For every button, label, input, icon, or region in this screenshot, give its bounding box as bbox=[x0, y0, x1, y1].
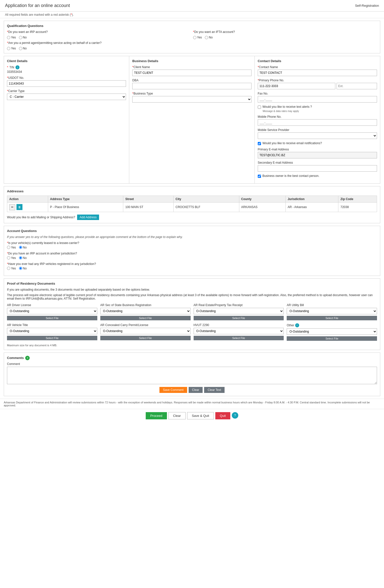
primary-email-input[interactable] bbox=[258, 152, 377, 158]
proof-select-hvut[interactable]: O-Outstanding bbox=[194, 328, 284, 334]
email-notifications-group: Would you like to receive email notifica… bbox=[258, 141, 377, 145]
proof-label-concealed-carry: AR Concealed Carry Permit/License bbox=[100, 323, 191, 327]
mobile-phone-input[interactable] bbox=[258, 119, 377, 126]
email-notifications-checkbox[interactable] bbox=[258, 142, 261, 145]
clear-main-button[interactable]: Clear bbox=[168, 412, 186, 419]
aq1-no[interactable]: No bbox=[19, 246, 27, 249]
business-owner-label[interactable]: Business owner is the best contact perso… bbox=[262, 174, 319, 178]
proof-select-vehicle-title[interactable]: O-Outstanding bbox=[7, 328, 97, 334]
aq1-yes[interactable]: Yes bbox=[7, 246, 16, 249]
proof-select-sec-of-state[interactable]: O-Outstanding bbox=[100, 308, 191, 314]
proof-file-utility[interactable]: Select File bbox=[287, 316, 377, 320]
proof-select-other[interactable]: O-Outstanding bbox=[287, 328, 377, 335]
footer-note: Arkansas Department of Finance and Admin… bbox=[0, 399, 384, 409]
qual-ifta-no[interactable]: No bbox=[205, 36, 213, 39]
account-questions-section: Account Questions If you answer yes to a… bbox=[4, 226, 380, 276]
business-type-select[interactable] bbox=[132, 96, 251, 103]
qual-irp-yes[interactable]: Yes bbox=[7, 36, 16, 39]
proof-file-vehicle-title[interactable]: Select File bbox=[7, 336, 97, 340]
qual-irp-no[interactable]: No bbox=[19, 36, 27, 39]
qual-permit-no[interactable]: No bbox=[19, 47, 27, 50]
ext-input[interactable] bbox=[337, 83, 377, 89]
business-owner-group: Business owner is the best contact perso… bbox=[258, 174, 377, 178]
secondary-email-input[interactable] bbox=[258, 165, 377, 172]
business-owner-checkbox[interactable] bbox=[258, 175, 261, 178]
qual-ifta-yes[interactable]: Yes bbox=[193, 36, 202, 39]
clear-comment-button[interactable]: Clear bbox=[189, 387, 203, 393]
text-alerts-checkbox[interactable] bbox=[258, 106, 261, 109]
mobile-phone-group: Mobile Phone No. bbox=[258, 115, 377, 126]
comment-textarea[interactable] bbox=[7, 367, 377, 384]
qual-irp: *Do you want an IRP account? Yes No bbox=[7, 30, 191, 39]
proof-file-sec-of-state[interactable]: Select File bbox=[100, 316, 191, 320]
proof-label-hvut: HVUT 2290 bbox=[194, 323, 284, 327]
other-info-icon[interactable]: i bbox=[295, 323, 299, 327]
add-address-button[interactable]: Add Address bbox=[77, 215, 99, 220]
carrier-type-group: *Carrier Type C - Carrier bbox=[7, 89, 126, 100]
proof-select-real-estate[interactable]: O-Outstanding bbox=[194, 308, 284, 314]
qual-permit-yes[interactable]: Yes bbox=[7, 47, 16, 50]
text-alerts-subtext: Message & data rates may apply bbox=[263, 110, 377, 113]
business-details-col: Business Details *Client Name DBA *Busin… bbox=[129, 56, 255, 183]
proof-item-hvut: HVUT 2290 O-Outstanding Select File bbox=[194, 323, 284, 341]
max-size-note: Maximum size for any document is 4 MB. bbox=[7, 344, 377, 347]
proof-select-utility[interactable]: O-Outstanding bbox=[287, 308, 377, 314]
proof-item-other: Other i O-Outstanding Select File bbox=[287, 323, 377, 341]
aq3-yes[interactable]: Yes bbox=[7, 267, 16, 270]
bottom-buttons: Proceed Clear Save & Quit Quit ? bbox=[0, 409, 384, 422]
business-owner-row: Business owner is the best contact perso… bbox=[258, 174, 377, 178]
proof-select-concealed-carry[interactable]: O-Outstanding bbox=[100, 328, 191, 334]
edit-button[interactable]: ✏ bbox=[9, 204, 15, 210]
mailing-question: Would you like to add Mailing or Shippin… bbox=[7, 216, 75, 219]
proof-file-concealed-carry[interactable]: Select File bbox=[100, 336, 191, 340]
primary-phone-label: *Primary Phone No. bbox=[258, 79, 377, 82]
proof-file-other[interactable]: Select File bbox=[287, 336, 377, 341]
tin-info-icon[interactable]: i bbox=[15, 65, 19, 69]
zip-cell: 72038 bbox=[338, 203, 377, 212]
addresses-section: Addresses Action Address Type Street Cit… bbox=[4, 186, 380, 223]
aq3-no[interactable]: No bbox=[19, 267, 27, 270]
dba-label: DBA bbox=[132, 79, 251, 82]
proof-file-real-estate[interactable]: Select File bbox=[194, 316, 284, 320]
delete-button[interactable]: 🗑 bbox=[16, 204, 22, 210]
add-comment-icon[interactable]: + bbox=[25, 356, 30, 360]
proof-item-vehicle-title: AR Vehicle Title O-Outstanding Select Fi… bbox=[7, 323, 97, 341]
mobile-provider-select[interactable] bbox=[258, 132, 377, 139]
qual-irp-label: *Do you want an IRP account? bbox=[7, 30, 191, 34]
proof-file-driver-license[interactable]: Select File bbox=[7, 316, 97, 320]
jurisdiction-cell: AR - Arkansas bbox=[285, 203, 338, 212]
qualification-title: Qualification Questions bbox=[7, 24, 377, 28]
qual-permit-radios: Yes No bbox=[7, 47, 377, 50]
carrier-type-select[interactable]: C - Carrier bbox=[7, 94, 126, 100]
client-name-input[interactable] bbox=[132, 70, 251, 76]
quit-button[interactable]: Quit bbox=[215, 412, 230, 419]
street-cell: 100 MAIN ST bbox=[123, 203, 173, 212]
table-row: ✏ 🗑 P - Place Of Business 100 MAIN ST CR… bbox=[7, 203, 377, 212]
fax-input[interactable] bbox=[258, 96, 377, 103]
proof-title: Proof of Residency Documents bbox=[7, 282, 377, 285]
proof-item-sec-of-state: AR Sec of State Business Registration O-… bbox=[100, 303, 191, 320]
clear-text-button[interactable]: Clear Text bbox=[204, 387, 225, 393]
proof-file-hvut[interactable]: Select File bbox=[194, 336, 284, 340]
mobile-provider-label: Mobile Service Provider bbox=[258, 128, 377, 132]
aq2-yes[interactable]: Yes bbox=[7, 256, 16, 260]
page-title: Application for an online account bbox=[5, 3, 70, 8]
help-button[interactable]: ? bbox=[232, 412, 238, 419]
aq2-no[interactable]: No bbox=[19, 256, 27, 260]
primary-phone-input[interactable] bbox=[258, 83, 335, 89]
usdot-input[interactable] bbox=[7, 80, 126, 87]
dba-input[interactable] bbox=[132, 83, 251, 89]
proof-select-driver-license[interactable]: O-Outstanding bbox=[7, 308, 97, 314]
col-zip: Zip Code bbox=[338, 196, 377, 203]
email-notifications-label[interactable]: Would you like to receive email notifica… bbox=[262, 141, 322, 145]
secondary-email-label: Secondary E-mail Address bbox=[258, 161, 377, 164]
contact-name-label: *Contact Name bbox=[258, 65, 377, 69]
save-quit-button[interactable]: Save & Quit bbox=[187, 412, 214, 419]
save-comment-button[interactable]: Save Comment bbox=[159, 387, 187, 393]
text-alerts-label[interactable]: Would you like to receive text alerts ? bbox=[262, 105, 312, 109]
proceed-button[interactable]: Proceed bbox=[146, 412, 167, 419]
contact-details-col: Contact Details *Contact Name *Primary P… bbox=[255, 56, 380, 183]
contact-name-input[interactable] bbox=[258, 70, 377, 76]
primary-phone-group: *Primary Phone No. bbox=[258, 79, 377, 89]
proof-label-utility: AR Utility Bill bbox=[287, 303, 377, 307]
